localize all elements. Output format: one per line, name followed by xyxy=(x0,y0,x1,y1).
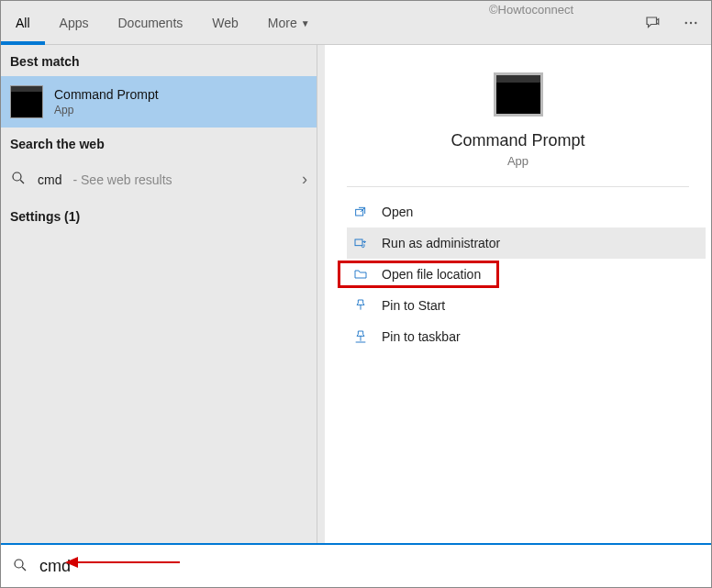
result-subtitle: App xyxy=(54,104,159,116)
content-area: Best match Command Prompt App Search the… xyxy=(1,45,711,543)
actions-list: Open Run as administrator Open file loca… xyxy=(347,187,706,361)
command-prompt-icon xyxy=(10,85,43,118)
action-open-file-location[interactable]: Open file location xyxy=(347,259,706,290)
results-column: Best match Command Prompt App Search the… xyxy=(1,45,317,543)
result-title: Command Prompt xyxy=(54,87,159,102)
action-pin-to-taskbar[interactable]: Pin to taskbar xyxy=(347,321,706,352)
web-hint-text: - See web results xyxy=(72,172,172,187)
run-admin-icon xyxy=(352,235,369,251)
svg-line-4 xyxy=(20,180,24,183)
open-icon xyxy=(352,204,369,220)
chevron-right-icon: › xyxy=(302,170,307,189)
command-prompt-large-icon xyxy=(494,72,543,116)
folder-icon xyxy=(352,266,369,283)
action-open[interactable]: Open xyxy=(347,196,706,227)
action-open-loc-label: Open file location xyxy=(382,267,481,282)
search-icon xyxy=(10,170,27,189)
detail-title: Command Prompt xyxy=(451,131,584,150)
svg-point-8 xyxy=(15,560,23,568)
svg-line-9 xyxy=(22,567,26,571)
search-bar xyxy=(1,543,711,587)
action-pin-taskbar-label: Pin to taskbar xyxy=(382,329,461,344)
detail-pane: Command Prompt App Open Run as administr… xyxy=(317,45,711,543)
web-query-text: cmd xyxy=(38,172,61,187)
detail-header: Command Prompt App xyxy=(347,63,689,187)
more-options-icon[interactable] xyxy=(680,12,702,34)
web-result-row[interactable]: cmd - See web results › xyxy=(1,159,317,200)
detail-subtitle: App xyxy=(507,154,528,168)
action-open-label: Open xyxy=(382,205,413,219)
search-input[interactable] xyxy=(39,557,700,576)
tab-web[interactable]: Web xyxy=(197,1,253,45)
tab-all[interactable]: All xyxy=(1,1,45,45)
best-match-header: Best match xyxy=(1,45,317,76)
result-text: Command Prompt App xyxy=(54,87,159,116)
action-run-as-admin[interactable]: Run as administrator xyxy=(347,227,706,259)
search-icon xyxy=(12,557,28,576)
action-pin-to-start[interactable]: Pin to Start xyxy=(347,290,706,321)
svg-point-2 xyxy=(695,22,696,24)
watermark-text: ©Howtoconnect xyxy=(489,3,573,17)
svg-rect-6 xyxy=(355,239,362,246)
chevron-down-icon: ▼ xyxy=(301,18,310,28)
search-web-header: Search the web xyxy=(1,128,317,159)
feedback-icon[interactable] xyxy=(641,12,663,34)
tab-more[interactable]: More ▼ xyxy=(253,1,325,45)
top-right-controls xyxy=(641,1,702,45)
top-tab-bar: All Apps Documents Web More ▼ ©Howtoconn… xyxy=(1,1,711,45)
svg-point-1 xyxy=(690,22,692,24)
tab-documents[interactable]: Documents xyxy=(103,1,197,45)
action-run-admin-label: Run as administrator xyxy=(382,236,500,250)
svg-point-3 xyxy=(13,172,21,181)
pin-start-icon xyxy=(352,297,369,314)
action-pin-start-label: Pin to Start xyxy=(382,298,445,313)
svg-point-0 xyxy=(685,22,687,24)
tabs: All Apps Documents Web More ▼ xyxy=(1,1,325,45)
settings-group[interactable]: Settings (1) xyxy=(1,200,317,233)
result-command-prompt[interactable]: Command Prompt App xyxy=(1,76,317,128)
pin-taskbar-icon xyxy=(352,328,369,345)
tab-apps[interactable]: Apps xyxy=(45,1,104,45)
tab-more-label: More xyxy=(268,16,297,30)
